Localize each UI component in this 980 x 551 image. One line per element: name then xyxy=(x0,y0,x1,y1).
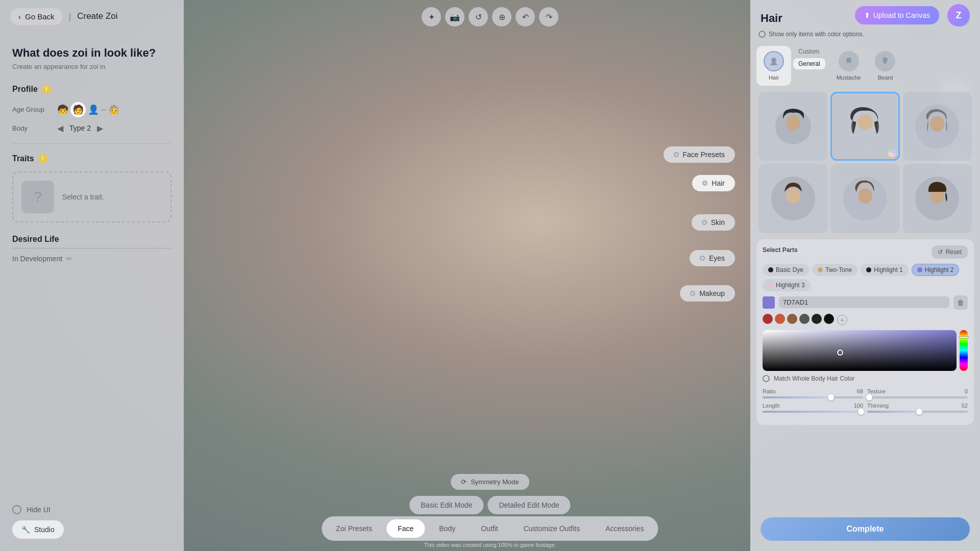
thinning-label: Thinning xyxy=(867,403,889,409)
length-label: Length xyxy=(763,403,780,409)
edit-dev-icon[interactable]: ✏ xyxy=(66,255,72,263)
chip-two-tone[interactable]: Two-Tone xyxy=(812,264,857,276)
texture-slider-track[interactable] xyxy=(867,396,968,398)
chip-highlight-3-label: Highlight 3 xyxy=(776,282,805,289)
toolbar-btn-redo[interactable]: ↷ xyxy=(539,7,558,27)
bottom-tabs: Zoi Presets Face Body Outfit Customize O… xyxy=(322,516,658,541)
tab-accessories[interactable]: Accessories xyxy=(594,519,655,538)
user-avatar[interactable]: Z xyxy=(947,4,970,27)
studio-label: Studio xyxy=(34,525,55,534)
thinning-slider-fill xyxy=(867,411,919,413)
hair-item-2[interactable] xyxy=(830,92,899,161)
toolbar: ✦ 📷 ↺ ⊕ ↶ ↷ xyxy=(422,7,558,27)
preset-gray[interactable] xyxy=(799,314,810,324)
age-young-adult-icon[interactable]: 🧑 xyxy=(70,102,86,117)
age-elder-icon[interactable]: 🧓 xyxy=(108,104,119,115)
toolbar-btn-camera[interactable]: 📷 xyxy=(445,7,464,27)
hex-input[interactable] xyxy=(779,296,949,308)
hair-nav-hair[interactable]: Hair xyxy=(756,46,791,86)
sub-nav-custom[interactable]: Custom xyxy=(793,46,825,57)
thinning-slider-thumb[interactable] xyxy=(916,409,922,415)
chip-basic-dye[interactable]: Basic Dye xyxy=(763,264,809,276)
sub-nav-general[interactable]: General xyxy=(793,58,825,69)
body-label: Body xyxy=(12,124,53,132)
chip-dot-highlight-3 xyxy=(768,283,773,288)
basic-edit-mode-button[interactable]: Basic Edit Mode xyxy=(409,496,483,514)
tab-face[interactable]: Face xyxy=(386,519,425,538)
desired-life-divider xyxy=(12,248,172,248)
hair-nav-beard[interactable]: Beard xyxy=(868,46,902,86)
thinning-slider-row: Thinning 52 xyxy=(867,403,968,413)
preset-black[interactable] xyxy=(824,314,834,324)
age-child-icon[interactable]: 🧒 xyxy=(57,104,68,115)
tab-customize-outfits[interactable]: Customize Outfits xyxy=(512,519,591,538)
ratio-slider-track[interactable] xyxy=(763,396,863,398)
tab-zoi-presets[interactable]: Zoi Presets xyxy=(325,519,383,538)
chip-highlight-2[interactable]: Highlight 2 xyxy=(912,264,960,276)
back-arrow-icon: ‹ xyxy=(18,12,21,21)
length-slider-track[interactable] xyxy=(763,411,863,413)
color-gradient-box[interactable] xyxy=(763,330,957,371)
preset-brown[interactable] xyxy=(787,314,797,324)
reset-button[interactable]: ↺ Reset xyxy=(932,245,968,259)
go-back-button[interactable]: ‹ Go Back xyxy=(10,8,63,25)
preset-red[interactable] xyxy=(763,314,773,324)
svg-point-10 xyxy=(786,188,800,204)
match-hair-label: Match Whole Body Hair Color xyxy=(774,375,854,382)
color-input-row: 🗑 xyxy=(763,295,968,310)
hair-label[interactable]: Hair xyxy=(692,175,735,191)
skin-label[interactable]: Skin xyxy=(692,214,735,231)
symmetry-icon: ⟳ xyxy=(461,478,467,486)
upload-canvas-button[interactable]: ⬆ Upload to Canvas xyxy=(855,6,939,24)
hair-nav-beard-label: Beard xyxy=(878,74,893,81)
chip-two-tone-label: Two-Tone xyxy=(825,266,852,273)
chip-highlight-3[interactable]: Highlight 3 xyxy=(763,279,811,291)
color-swatch[interactable] xyxy=(763,296,775,309)
preset-orange[interactable] xyxy=(775,314,785,324)
hair-item-1[interactable] xyxy=(758,92,827,161)
traits-box[interactable]: ? Select a trait. xyxy=(12,171,172,222)
divider-1 xyxy=(12,143,172,144)
hide-ui-radio[interactable] xyxy=(12,505,21,514)
preset-dark[interactable] xyxy=(812,314,822,324)
face-presets-label[interactable]: Face Presets xyxy=(664,146,735,163)
body-prev-arrow[interactable]: ◀ xyxy=(57,123,63,133)
traits-warning-icon: ! xyxy=(38,154,47,163)
age-adult-icon[interactable]: 👤 xyxy=(88,104,99,115)
traits-label: Traits xyxy=(12,154,34,163)
length-slider-thumb[interactable] xyxy=(858,409,864,415)
tab-outfit[interactable]: Outfit xyxy=(470,519,509,538)
hair-nav-mustache[interactable]: Mustache xyxy=(829,46,868,86)
toolbar-btn-rotate[interactable]: ↺ xyxy=(469,7,488,27)
hair-nav-mustache-icon xyxy=(839,51,859,71)
hair-dot xyxy=(702,181,707,186)
texture-slider-thumb[interactable] xyxy=(866,394,872,400)
delete-color-button[interactable]: 🗑 xyxy=(953,295,968,310)
edit-mode-bar: Basic Edit Mode Detailed Edit Mode xyxy=(409,496,570,514)
makeup-label[interactable]: Makeup xyxy=(680,285,735,302)
tab-body[interactable]: Body xyxy=(428,519,467,538)
thinning-slider-track[interactable] xyxy=(867,411,968,413)
match-hair-radio[interactable] xyxy=(763,375,770,382)
face-presets-text: Face Presets xyxy=(683,151,725,159)
toolbar-btn-undo[interactable]: ↶ xyxy=(516,7,535,27)
body-next-arrow[interactable]: ▶ xyxy=(97,123,103,133)
complete-button[interactable]: Complete xyxy=(761,517,970,541)
hair-item-4[interactable] xyxy=(758,164,827,233)
toolbar-btn-pointer[interactable]: ✦ xyxy=(422,7,441,27)
hue-bar[interactable] xyxy=(960,330,968,371)
hair-item-3[interactable] xyxy=(903,92,972,161)
ratio-slider-thumb[interactable] xyxy=(828,394,834,400)
chip-highlight-1[interactable]: Highlight 1 xyxy=(861,264,909,276)
trait-icon: ? xyxy=(21,181,54,213)
hair-item-5[interactable] xyxy=(830,164,899,233)
detailed-edit-mode-button[interactable]: Detailed Edit Mode xyxy=(487,496,570,514)
add-preset-button[interactable]: + xyxy=(837,315,847,325)
hair-item-6[interactable] xyxy=(903,164,972,233)
toolbar-btn-zoom[interactable]: ⊕ xyxy=(492,7,511,27)
ratio-slider-row: Ratio 68 xyxy=(763,388,863,398)
studio-button[interactable]: 🔧 Studio xyxy=(12,520,64,539)
symmetry-mode-button[interactable]: ⟳ Symmetry Mode xyxy=(451,474,529,490)
age-group-label: Age Group xyxy=(12,106,53,113)
eyes-label[interactable]: Eyes xyxy=(690,250,735,266)
